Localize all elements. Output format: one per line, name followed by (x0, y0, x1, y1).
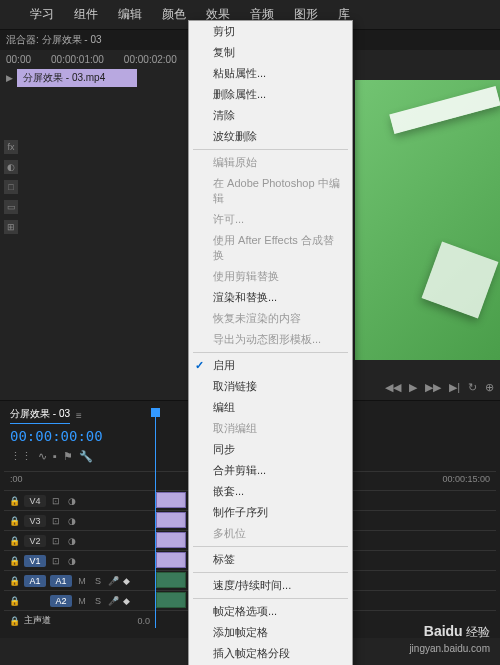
menu-item-[interactable]: 速度/持续时间... (189, 575, 352, 596)
context-menu: 剪切复制粘贴属性...删除属性...清除波纹删除编辑原始在 Adobe Phot… (188, 20, 353, 665)
menu-components[interactable]: 组件 (74, 6, 98, 23)
track-label[interactable]: 主声道 (24, 614, 51, 627)
play-icon[interactable]: ▶ (409, 381, 417, 394)
settings-icon[interactable]: ⚑ (63, 450, 73, 463)
eye-icon[interactable]: ⊡ (50, 515, 62, 527)
menu-item-[interactable]: 清除 (189, 105, 352, 126)
menu-item-: 导出为动态图形模板... (189, 329, 352, 350)
more-icon[interactable]: ⊕ (485, 381, 494, 394)
track-label[interactable]: V2 (24, 535, 46, 547)
lock-icon[interactable]: 🔒 (8, 595, 20, 607)
step-icon[interactable]: ▶| (449, 381, 460, 394)
lock-icon[interactable]: 🔒 (8, 515, 20, 527)
prev-icon[interactable]: ◀◀ (385, 381, 401, 394)
watermark-sub: 经验 (466, 625, 490, 639)
next-icon[interactable]: ▶▶ (425, 381, 441, 394)
mute-icon[interactable]: M (76, 595, 88, 607)
menu-item-[interactable]: 粘贴属性... (189, 63, 352, 84)
clip[interactable] (156, 492, 186, 508)
track-label[interactable]: A1 (50, 575, 72, 587)
menu-item-[interactable]: 渲染和替换... (189, 287, 352, 308)
clip[interactable] (156, 532, 186, 548)
track-label[interactable]: V4 (24, 495, 46, 507)
menu-item-[interactable]: 帧定格选项... (189, 601, 352, 622)
tool-b[interactable]: □ (4, 180, 18, 194)
menu-item-[interactable]: 波纹删除 (189, 126, 352, 147)
menu-item-[interactable]: 同步 (189, 439, 352, 460)
playhead[interactable] (155, 408, 156, 628)
marker-icon[interactable]: ▪ (53, 450, 57, 463)
menu-item-[interactable]: 剪切 (189, 21, 352, 42)
track-target[interactable]: A1 (24, 575, 46, 587)
lock-icon[interactable]: 🔒 (8, 495, 20, 507)
clip[interactable] (156, 552, 186, 568)
track-label[interactable]: V1 (24, 555, 46, 567)
menu-separator (193, 352, 348, 353)
source-left-tools: fx ◐ □ ▭ ⊞ (4, 140, 18, 234)
clip[interactable] (156, 512, 186, 528)
lock-icon[interactable]: 🔒 (8, 535, 20, 547)
menu-item-[interactable]: 编组 (189, 397, 352, 418)
menu-item-[interactable]: 制作子序列 (189, 502, 352, 523)
eye-icon[interactable]: ⊡ (50, 555, 62, 567)
loop-icon[interactable]: ↻ (468, 381, 477, 394)
voice-icon[interactable]: 🎤 (108, 576, 119, 586)
menu-learn[interactable]: 学习 (30, 6, 54, 23)
toggle-icon[interactable]: ◑ (66, 535, 78, 547)
ruler-start: :00 (10, 474, 23, 484)
track-label[interactable]: A2 (50, 595, 72, 607)
expand-icon[interactable]: ▶ (6, 73, 13, 83)
lock-icon[interactable]: 🔒 (8, 575, 20, 587)
menu-item-[interactable]: 删除属性... (189, 84, 352, 105)
program-monitor[interactable] (355, 80, 500, 360)
tool-a[interactable]: ◐ (4, 160, 18, 174)
menu-edit[interactable]: 编辑 (118, 6, 142, 23)
toggle-icon[interactable]: ◑ (66, 555, 78, 567)
transport-controls: ◀◀ ▶ ▶▶ ▶| ↻ ⊕ (385, 381, 494, 394)
toggle-icon[interactable]: ◑ (66, 515, 78, 527)
eye-icon[interactable]: ⊡ (50, 535, 62, 547)
menu-item-: 使用剪辑替换 (189, 266, 352, 287)
toggle-icon[interactable]: ◑ (66, 495, 78, 507)
menu-separator (193, 598, 348, 599)
mute-icon[interactable]: M (76, 575, 88, 587)
tool-c[interactable]: ▭ (4, 200, 18, 214)
lock-icon[interactable]: 🔒 (8, 615, 20, 627)
clip[interactable] (156, 572, 186, 588)
lock-icon[interactable]: 🔒 (8, 555, 20, 567)
tc-2: 00:00:02:00 (124, 54, 177, 65)
clip[interactable] (156, 592, 186, 608)
eye-icon[interactable]: ⊡ (50, 495, 62, 507)
menu-item-: 多机位 (189, 523, 352, 544)
menu-item-[interactable]: 启用 (189, 355, 352, 376)
watermark: Baidu 经验 jingyan.baidu.com (409, 623, 490, 655)
menu-item-[interactable]: 复制 (189, 42, 352, 63)
sequence-tab[interactable]: 分屏效果 - 03 (10, 407, 70, 424)
solo-icon[interactable]: S (92, 575, 104, 587)
solo-icon[interactable]: S (92, 595, 104, 607)
snap-icon[interactable]: ⋮⋮ (10, 450, 32, 463)
watermark-url: jingyan.baidu.com (409, 643, 490, 654)
menu-item-[interactable]: 取消链接 (189, 376, 352, 397)
track-head: 🔒V4⊡◑ (4, 495, 154, 507)
menu-item-[interactable]: 标签 (189, 549, 352, 570)
menu-separator (193, 546, 348, 547)
menu-item-[interactable]: 插入帧定格分段 (189, 643, 352, 664)
menu-item-[interactable]: 合并剪辑... (189, 460, 352, 481)
track-head: 🔒主声道0.0 (4, 614, 154, 627)
tab-menu-icon[interactable]: ≡ (76, 410, 82, 421)
menu-color[interactable]: 颜色 (162, 6, 186, 23)
track-label[interactable]: V3 (24, 515, 46, 527)
tool-d[interactable]: ⊞ (4, 220, 18, 234)
tool-fx[interactable]: fx (4, 140, 18, 154)
menu-item-[interactable]: 添加帧定格 (189, 622, 352, 643)
menu-item-AdobePhotoshop: 在 Adobe Photoshop 中编辑 (189, 173, 352, 209)
wrench-icon[interactable]: 🔧 (79, 450, 93, 463)
link-icon[interactable]: ∿ (38, 450, 47, 463)
clip-bar[interactable]: 分屏效果 - 03.mp4 (17, 69, 137, 87)
voice-icon[interactable]: 🎤 (108, 596, 119, 606)
keyframe-icon[interactable]: ◆ (123, 596, 130, 606)
keyframe-icon[interactable]: ◆ (123, 576, 130, 586)
tc-1: 00:00:01:00 (51, 54, 104, 65)
menu-item-[interactable]: 嵌套... (189, 481, 352, 502)
